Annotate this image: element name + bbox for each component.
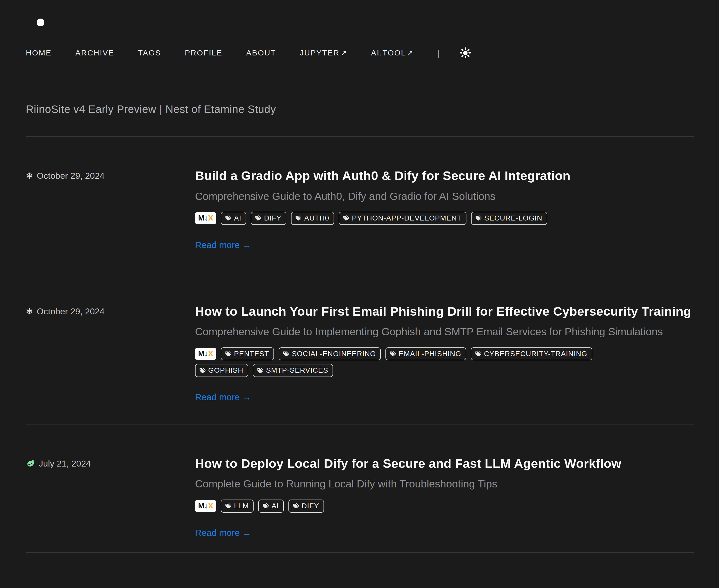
external-link-arrow-icon: ↗ — [341, 49, 347, 57]
tag-pill[interactable]: DIFY — [251, 212, 286, 225]
post-title-link[interactable]: How to Deploy Local Dify for a Secure an… — [195, 455, 694, 472]
post-body: Build a Gradio App with Auth0 & Dify for… — [195, 167, 694, 250]
sun-icon — [459, 47, 471, 59]
post-date: ❄ October 29, 2024 — [26, 167, 195, 181]
mdx-badge-md: M↓ — [198, 501, 208, 510]
tag-pill[interactable]: PYTHON-APP-DEVELOPMENT — [339, 212, 467, 225]
tag-icon — [225, 214, 232, 222]
tag-label: CYBERSECURITY-TRAINING — [484, 350, 588, 358]
tag-icon — [262, 502, 269, 509]
nav-separator: | — [437, 48, 440, 58]
theme-toggle-button[interactable] — [459, 47, 471, 59]
nav-jupyter-external[interactable]: JUPYTER↗ — [300, 48, 347, 57]
tag-icon — [225, 350, 232, 357]
tag-label: AUTH0 — [304, 214, 329, 223]
tag-pill[interactable]: EMAIL-PHISHING — [386, 348, 466, 360]
post-list-item: ❄ October 29, 2024 Build a Gradio App wi… — [26, 137, 694, 272]
tag-label: DIFY — [302, 502, 319, 510]
tag-icon — [257, 367, 264, 374]
tag-label: AI — [234, 214, 241, 223]
post-tags: M↓X LLM AI DIFY — [195, 500, 623, 513]
nav-archive[interactable]: ARCHIVE — [75, 48, 114, 57]
tag-icon — [343, 214, 350, 222]
mdx-format-badge: M↓X — [195, 212, 216, 224]
page: HOME ARCHIVE TAGS PROFILE ABOUT JUPYTER↗… — [0, 19, 719, 553]
tag-pill[interactable]: AI — [258, 500, 284, 513]
tag-label: PYTHON-APP-DEVELOPMENT — [352, 214, 461, 223]
tag-pill[interactable]: SOCIAL-ENGINEERING — [279, 348, 381, 360]
post-list-item: ❄ October 29, 2024 How to Launch Your Fi… — [26, 272, 694, 424]
top-navigation: HOME ARCHIVE TAGS PROFILE ABOUT JUPYTER↗… — [26, 47, 694, 59]
tag-icon — [295, 214, 302, 222]
tag-label: SECURE-LOGIN — [484, 214, 542, 223]
site-logo-dot-icon[interactable] — [37, 19, 44, 26]
tag-icon — [225, 502, 232, 509]
tag-icon — [475, 350, 482, 357]
read-more-link[interactable]: Read more → — [195, 392, 251, 402]
nav-aitool-label: AI.TOOL — [371, 48, 406, 57]
tag-label: EMAIL-PHISHING — [398, 350, 461, 358]
tag-icon — [254, 214, 262, 222]
tag-pill[interactable]: DIFY — [288, 500, 324, 513]
nav-jupyter-label: JUPYTER — [300, 48, 340, 57]
read-more-link[interactable]: Read more → — [195, 528, 251, 538]
post-subtitle: Complete Guide to Running Local Dify wit… — [195, 476, 694, 491]
tag-icon — [389, 350, 396, 357]
post-title-link[interactable]: Build a Gradio App with Auth0 & Dify for… — [195, 167, 694, 185]
tag-icon — [475, 214, 482, 222]
tag-pill[interactable]: SMTP-SERVICES — [253, 364, 333, 377]
leaf-icon — [26, 459, 35, 468]
mdx-format-badge: M↓X — [195, 348, 216, 360]
tag-label: AI — [271, 502, 279, 510]
tag-label: DIFY — [264, 214, 282, 223]
nav-home[interactable]: HOME — [26, 48, 52, 57]
read-more-link[interactable]: Read more → — [195, 240, 251, 250]
post-subtitle: Comprehensive Guide to Auth0, Dify and G… — [195, 189, 694, 204]
external-link-arrow-icon: ↗ — [407, 49, 414, 57]
post-tags: M↓X AI DIFY AUTH0 PYTHON-APP-DEVELOPMENT… — [195, 212, 623, 225]
tag-pill[interactable]: GOPHISH — [195, 364, 248, 377]
mdx-badge-md: M↓ — [198, 349, 208, 358]
post-title-link[interactable]: How to Launch Your First Email Phishing … — [195, 303, 694, 320]
mdx-badge-x: X — [208, 501, 213, 510]
tag-icon — [199, 367, 206, 374]
mdx-badge-x: X — [208, 349, 213, 358]
tag-pill[interactable]: AUTH0 — [291, 212, 334, 225]
tag-label: LLM — [234, 502, 249, 510]
post-subtitle: Comprehensive Guide to Implementing Goph… — [195, 324, 694, 339]
post-date: ❄ October 29, 2024 — [26, 303, 195, 316]
tag-label: SMTP-SERVICES — [266, 366, 328, 375]
post-tags: M↓X PENTEST SOCIAL-ENGINEERING EMAIL-PHI… — [195, 348, 623, 377]
mdx-format-badge: M↓X — [195, 500, 216, 512]
snowflake-icon: ❄ — [26, 171, 33, 180]
tag-pill[interactable]: SECURE-LOGIN — [471, 212, 547, 225]
nav-tags[interactable]: TAGS — [138, 48, 161, 57]
site-tagline: RiinoSite v4 Early Preview | Nest of Eta… — [26, 103, 694, 115]
nav-aitool-external[interactable]: AI.TOOL↗ — [371, 48, 414, 57]
tag-pill[interactable]: LLM — [221, 500, 253, 513]
tag-label: GOPHISH — [208, 366, 243, 375]
tag-pill[interactable]: AI — [221, 212, 246, 225]
post-list-item: July 21, 2024 How to Deploy Local Dify f… — [26, 424, 694, 553]
tag-pill[interactable]: PENTEST — [221, 348, 274, 360]
post-date-text: July 21, 2024 — [39, 459, 91, 468]
post-date-text: October 29, 2024 — [37, 171, 105, 181]
tag-pill[interactable]: CYBERSECURITY-TRAINING — [471, 348, 592, 360]
post-body: How to Launch Your First Email Phishing … — [195, 303, 694, 402]
mdx-badge-md: M↓ — [198, 213, 208, 223]
mdx-badge-x: X — [208, 213, 213, 223]
nav-about[interactable]: ABOUT — [246, 48, 276, 57]
tag-label: SOCIAL-ENGINEERING — [292, 350, 376, 358]
tag-icon — [292, 502, 299, 509]
post-date-text: October 29, 2024 — [37, 307, 105, 316]
post-body: How to Deploy Local Dify for a Secure an… — [195, 455, 694, 538]
tag-icon — [283, 350, 289, 357]
snowflake-icon: ❄ — [26, 307, 33, 316]
tag-label: PENTEST — [234, 350, 269, 358]
nav-profile[interactable]: PROFILE — [185, 48, 222, 57]
post-date: July 21, 2024 — [26, 455, 195, 468]
